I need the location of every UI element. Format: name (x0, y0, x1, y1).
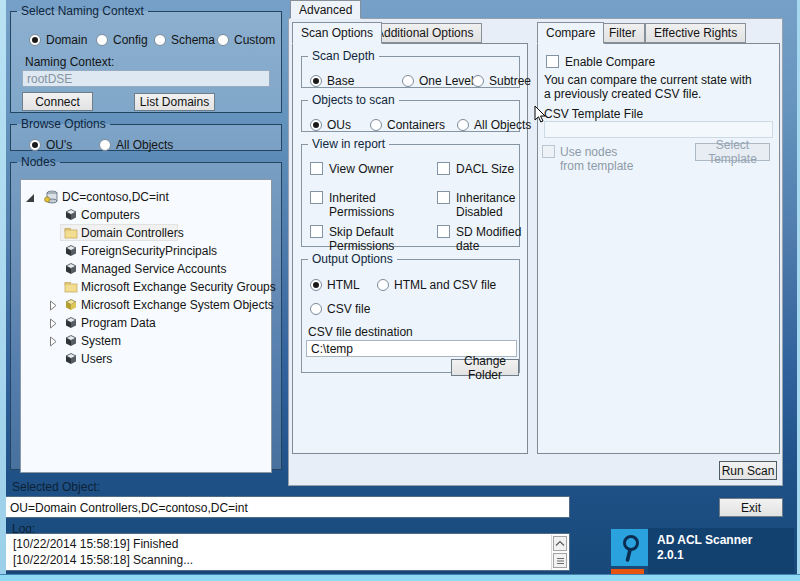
naming-context-input[interactable] (22, 70, 270, 87)
radio-containers-label[interactable]: Containers (387, 118, 445, 132)
radio-all-objects-label[interactable]: All Objects (116, 138, 173, 152)
expanded-arrow-icon[interactable] (26, 193, 35, 203)
radio-base[interactable] (310, 75, 322, 87)
change-folder-button[interactable]: Change Folder (451, 359, 519, 376)
radio-one-level-label[interactable]: One Level (419, 74, 474, 88)
container-icon (64, 352, 78, 365)
radio-ous-scan-label[interactable]: OUs (327, 118, 351, 132)
radio-subtree-label[interactable]: Subtree (489, 74, 531, 88)
nodes-tree[interactable]: DC=contoso,DC=int Computers Domain Contr… (20, 179, 272, 473)
radio-domain[interactable] (29, 34, 41, 46)
container-icon (64, 316, 78, 329)
browse-options-group: Browse Options OU's All Objects (10, 117, 282, 151)
radio-schema[interactable] (154, 34, 166, 46)
container-icon (64, 208, 78, 221)
tab-compare[interactable]: Compare (537, 22, 604, 44)
browse-options-title: Browse Options (17, 117, 110, 131)
scan-depth-group: Scan Depth Base One Level Subtree (301, 49, 520, 88)
compare-panel: Enable Compare You can compare the curre… (537, 43, 780, 454)
tab-advanced[interactable]: Advanced (290, 0, 361, 19)
radio-domain-label[interactable]: Domain (46, 33, 87, 47)
log-box[interactable]: [10/22/2014 15:58:19] Finished [10/22/20… (5, 533, 570, 571)
collapsed-arrow-icon[interactable] (49, 318, 58, 329)
tab-filter[interactable]: Filter (600, 23, 645, 43)
log-scrollbar[interactable] (551, 535, 568, 570)
checkbox-enable-compare[interactable] (546, 55, 559, 68)
tab-scan-options[interactable]: Scan Options (292, 22, 382, 44)
checkbox-sd-modified-date-label2[interactable]: date (456, 239, 479, 253)
radio-ous[interactable] (29, 139, 41, 151)
checkbox-use-nodes-from-template[interactable] (542, 145, 555, 158)
tree-item-label[interactable]: Users (81, 352, 112, 366)
checkbox-sd-modified-date-label[interactable]: SD Modified (456, 225, 521, 239)
checkbox-inheritance-disabled-label2[interactable]: Disabled (456, 205, 503, 219)
radio-config-label[interactable]: Config (113, 33, 148, 47)
checkbox-sd-modified-date[interactable] (437, 225, 450, 238)
checkbox-view-owner-label[interactable]: View Owner (329, 162, 393, 176)
list-domains-button[interactable]: List Domains (134, 93, 215, 111)
checkbox-inheritance-disabled-label[interactable]: Inheritance (456, 191, 515, 205)
radio-csv-file-label[interactable]: CSV file (327, 302, 370, 316)
view-in-report-title: View in report (308, 137, 389, 151)
tree-item-label[interactable]: Managed Service Accounts (81, 262, 226, 276)
radio-custom[interactable] (217, 34, 229, 46)
checkbox-inherited-permissions[interactable] (310, 191, 323, 204)
radio-custom-label[interactable]: Custom (234, 33, 275, 47)
tree-item-label[interactable]: Microsoft Exchange System Objects (81, 298, 274, 312)
container-icon (64, 262, 78, 275)
radio-config[interactable] (96, 34, 108, 46)
checkbox-dacl-size-label[interactable]: DACL Size (456, 162, 514, 176)
radio-csv-file[interactable] (310, 303, 322, 315)
checkbox-inheritance-disabled[interactable] (437, 191, 450, 204)
tree-item-label[interactable]: ForeignSecurityPrincipals (81, 244, 217, 258)
scan-options-panel: Scan Depth Base One Level Subtree Object… (292, 43, 528, 454)
selected-object-input[interactable] (5, 496, 570, 518)
csv-template-label: CSV Template File (544, 107, 643, 121)
tab-effective-rights[interactable]: Effective Rights (645, 23, 746, 43)
tree-item-label[interactable]: Domain Controllers (81, 226, 184, 240)
scroll-up-icon[interactable] (553, 536, 567, 551)
checkbox-skip-default-permissions[interactable] (310, 225, 323, 238)
exit-button[interactable]: Exit (719, 498, 783, 517)
radio-ous-scan[interactable] (310, 119, 322, 131)
radio-all-objects[interactable] (99, 139, 111, 151)
checkbox-enable-compare-label[interactable]: Enable Compare (565, 55, 655, 69)
radio-html-label[interactable]: HTML (327, 278, 360, 292)
collapsed-arrow-icon[interactable] (49, 336, 58, 347)
window-frame-bottom (0, 574, 800, 581)
scrollbar-thumb[interactable] (553, 553, 567, 568)
radio-subtree[interactable] (472, 75, 484, 87)
collapsed-arrow-icon[interactable] (49, 300, 58, 311)
run-scan-button[interactable]: Run Scan (719, 461, 777, 480)
radio-html[interactable] (310, 279, 322, 291)
csv-template-input[interactable] (544, 121, 773, 138)
radio-ous-label[interactable]: OU's (46, 138, 72, 152)
checkbox-view-owner[interactable] (310, 162, 323, 175)
checkbox-inherited-permissions-label2[interactable]: Permissions (329, 205, 394, 219)
radio-containers[interactable] (370, 119, 382, 131)
compare-description-line2: a previously created CSV file. (544, 87, 701, 101)
checkbox-inherited-permissions-label[interactable]: Inherited (329, 191, 376, 205)
select-template-button[interactable]: Select Template (695, 143, 770, 161)
radio-html-and-csv[interactable] (377, 279, 389, 291)
app-version: 2.0.1 (657, 548, 684, 562)
radio-html-and-csv-label[interactable]: HTML and CSV file (394, 278, 496, 292)
checkbox-skip-default-permissions-label[interactable]: Skip Default (329, 225, 394, 239)
radio-schema-label[interactable]: Schema (171, 33, 215, 47)
radio-all-objects-scan[interactable] (457, 119, 469, 131)
tab-additional-options[interactable]: Additional Options (367, 23, 482, 43)
tree-item-label[interactable]: Microsoft Exchange Security Groups (81, 280, 276, 294)
log-entry: [10/22/2014 15:58:18] Scanning... (13, 553, 193, 567)
magnifier-icon (615, 533, 645, 563)
connect-button[interactable]: Connect (22, 92, 93, 111)
selected-object-label: Selected Object: (12, 480, 100, 494)
tree-item-label[interactable]: System (81, 334, 121, 348)
checkbox-skip-default-permissions-label2[interactable]: Permissions (329, 239, 394, 253)
radio-all-objects-scan-label[interactable]: All Objects (474, 118, 531, 132)
radio-base-label[interactable]: Base (327, 74, 354, 88)
checkbox-dacl-size[interactable] (437, 162, 450, 175)
tree-item-label[interactable]: Program Data (81, 316, 156, 330)
tree-item-label[interactable]: Computers (81, 208, 140, 222)
radio-one-level[interactable] (402, 75, 414, 87)
tree-item-label[interactable]: DC=contoso,DC=int (62, 190, 169, 204)
